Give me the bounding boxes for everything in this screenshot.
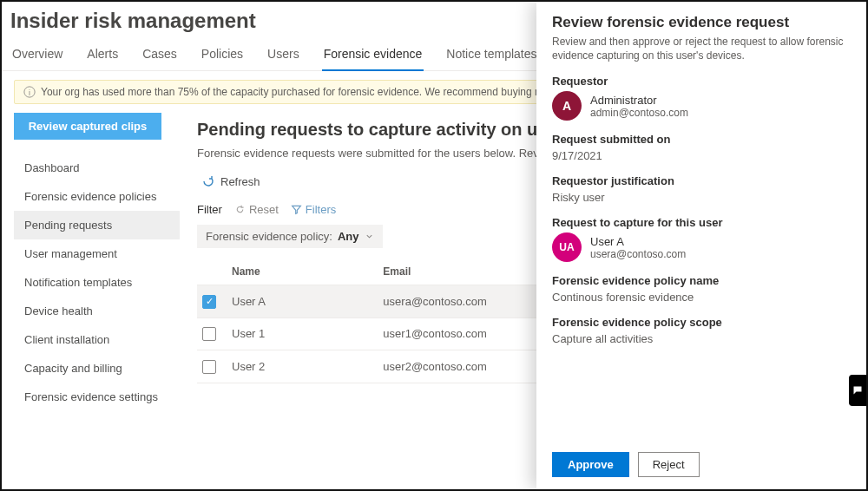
sidebar-item-forensic-evidence-settings[interactable]: Forensic evidence settings bbox=[14, 383, 180, 411]
justification-value: Risky user bbox=[552, 191, 851, 204]
filter-label: Filter bbox=[197, 203, 222, 216]
target-name: User A bbox=[590, 235, 686, 248]
refresh-icon bbox=[201, 174, 215, 188]
policy-name-label: Forensic evidence policy name bbox=[552, 274, 851, 287]
tab-notice-templates[interactable]: Notice templates bbox=[444, 43, 538, 70]
info-icon: i bbox=[23, 86, 36, 98]
avatar: A bbox=[552, 91, 582, 121]
tab-forensic-evidence[interactable]: Forensic evidence bbox=[322, 43, 424, 71]
page-title: Insider risk management bbox=[10, 9, 256, 33]
sidebar-item-pending-requests[interactable]: Pending requests bbox=[14, 211, 180, 239]
cell-name: User A bbox=[227, 285, 378, 318]
requestor-name: Administrator bbox=[590, 94, 688, 107]
avatar: UA bbox=[552, 232, 582, 262]
sidebar-item-device-health[interactable]: Device health bbox=[14, 297, 180, 325]
sidebar-item-capacity-and-billing[interactable]: Capacity and billing bbox=[14, 354, 180, 383]
policy-name-value: Continous forensic evidence bbox=[552, 291, 851, 304]
sidebar-item-forensic-evidence-policies[interactable]: Forensic evidence policies bbox=[14, 182, 180, 211]
cell-name: User 2 bbox=[227, 350, 378, 383]
row-checkbox[interactable]: ✓ bbox=[202, 295, 216, 309]
svg-text:i: i bbox=[29, 88, 30, 97]
review-panel: Review forensic evidence request Review … bbox=[536, 2, 866, 489]
chat-icon bbox=[852, 385, 863, 396]
filters-button[interactable]: Filters bbox=[291, 203, 336, 216]
row-checkbox[interactable] bbox=[202, 360, 216, 374]
tab-policies[interactable]: Policies bbox=[200, 43, 245, 70]
review-captured-clips-button[interactable]: Review captured clips bbox=[14, 113, 161, 140]
policy-scope-value: Capture all activities bbox=[552, 332, 851, 345]
reset-icon bbox=[234, 204, 246, 215]
panel-description: Review and then approve or reject the re… bbox=[552, 35, 851, 62]
submitted-label: Request submitted on bbox=[552, 133, 851, 146]
tab-overview[interactable]: Overview bbox=[10, 43, 64, 70]
requestor-label: Requestor bbox=[552, 75, 851, 88]
filter-icon bbox=[291, 204, 302, 215]
row-checkbox[interactable] bbox=[202, 327, 216, 341]
sidebar: Review captured clips DashboardForensic … bbox=[2, 113, 180, 411]
refresh-button[interactable]: Refresh bbox=[197, 172, 265, 191]
sidebar-item-dashboard[interactable]: Dashboard bbox=[14, 154, 180, 182]
capture-for-label: Request to capture for this user bbox=[552, 216, 851, 229]
target-persona: UA User A usera@contoso.com bbox=[552, 232, 851, 262]
sidebar-item-client-installation[interactable]: Client installation bbox=[14, 325, 180, 354]
policy-filter-pill[interactable]: Forensic evidence policy: Any bbox=[197, 225, 383, 248]
reject-button[interactable]: Reject bbox=[638, 452, 700, 477]
submitted-value: 9/17/2021 bbox=[552, 149, 851, 162]
column-header[interactable]: Name bbox=[227, 259, 378, 285]
tab-users[interactable]: Users bbox=[266, 43, 301, 70]
chevron-down-icon bbox=[365, 232, 374, 241]
panel-title: Review forensic evidence request bbox=[552, 14, 851, 31]
policy-scope-label: Forensic evidence policy scope bbox=[552, 316, 851, 329]
feedback-tab[interactable] bbox=[849, 375, 866, 406]
requestor-persona: A Administrator admin@contoso.com bbox=[552, 91, 851, 121]
cell-name: User 1 bbox=[227, 318, 378, 350]
tab-alerts[interactable]: Alerts bbox=[85, 43, 120, 70]
sidebar-item-user-management[interactable]: User management bbox=[14, 239, 180, 268]
reset-filters-button[interactable]: Reset bbox=[234, 203, 279, 216]
requestor-email: admin@contoso.com bbox=[590, 107, 688, 119]
justification-label: Requestor justification bbox=[552, 174, 851, 187]
target-email: usera@contoso.com bbox=[590, 248, 686, 260]
sidebar-item-notification-templates[interactable]: Notification templates bbox=[14, 268, 180, 297]
tab-cases[interactable]: Cases bbox=[141, 43, 179, 70]
approve-button[interactable]: Approve bbox=[552, 452, 629, 477]
